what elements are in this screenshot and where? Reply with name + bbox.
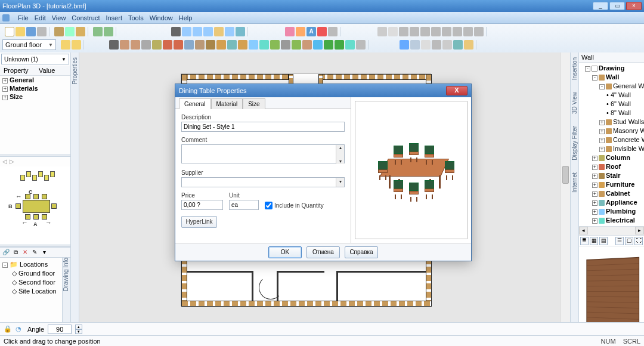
prop-row-general[interactable]: +General [0,76,70,84]
view-thumb-icon[interactable]: ▢ [625,237,633,245]
node-appliance[interactable]: +Appliance [580,198,643,207]
node-6-wall[interactable]: • 6" Wall [580,100,643,109]
align-middle-icon[interactable] [442,27,451,36]
expand-icon[interactable]: + [2,86,8,92]
electrical-icon[interactable] [259,40,269,50]
3d-view-icon[interactable] [442,40,452,50]
node-drawing[interactable]: -Drawing [580,64,643,73]
loc-delete-icon[interactable]: ✕ [21,249,29,256]
plumbing-icon[interactable] [249,40,258,50]
view-small-icon[interactable]: ▤ [599,237,608,245]
canvas-vscroll[interactable] [561,52,570,335]
ceiling-icon[interactable] [174,40,183,50]
loc-ground[interactable]: ◇ Ground floor [2,269,60,278]
open-icon[interactable] [16,27,25,36]
view-list-icon[interactable]: ≣ [580,237,589,245]
prop-row-size[interactable]: +Size [0,92,70,101]
select-icon[interactable] [171,27,181,36]
close-button[interactable]: × [626,2,642,10]
column-icon[interactable] [152,40,162,50]
angle-spinner[interactable]: ▴▾ [75,325,82,334]
tree-hscroll[interactable]: ◂▸ [579,226,644,235]
symbol-icon[interactable] [356,40,366,50]
node-masonry-walls[interactable]: +Masonry Walls [580,126,643,135]
camera-icon[interactable] [432,40,441,50]
print-icon[interactable] [37,27,47,36]
fence-icon[interactable] [302,40,312,50]
copy-icon[interactable] [65,27,75,36]
text-icon[interactable]: A [306,27,316,36]
comment-scroll[interactable]: ▴▾ [336,145,344,164]
dialog-close-button[interactable]: X [446,86,467,95]
next-icon[interactable]: ▷ [10,158,14,165]
node-8-wall[interactable]: • 8" Wall [580,109,643,118]
sun-icon[interactable] [421,40,431,50]
floor-up-icon[interactable] [61,40,70,50]
window-icon[interactable] [184,40,194,50]
distribute-v-icon[interactable] [474,27,484,36]
distribute-h-icon[interactable] [463,27,473,36]
menu-view[interactable]: View [52,14,66,21]
tree-icon[interactable] [335,40,344,50]
redo-icon[interactable] [104,27,113,36]
node-electrical[interactable]: +Electrical [580,216,643,225]
hyperlink-button[interactable]: HyperLink [181,216,217,228]
include-checkbox[interactable] [265,202,273,209]
node-4-wall[interactable]: • 4" Wall [580,91,643,100]
grid-icon[interactable] [377,27,387,36]
node-stud-walls[interactable]: +Stud Walls [580,118,643,126]
align-center-icon[interactable] [410,27,419,36]
railing-icon[interactable] [141,40,151,50]
node-concrete-walls[interactable]: +Concrete Walls [580,135,643,144]
loc-link-icon[interactable]: 🔗 [2,249,10,256]
node-wall[interactable]: -Wall [580,73,643,82]
node-invisible-walls[interactable]: +Invisible Walls [580,144,643,153]
loc-edit-icon[interactable]: ✎ [31,249,38,256]
menu-window[interactable]: Window [150,14,173,21]
shape-icon[interactable] [296,27,305,36]
description-input[interactable] [181,122,345,132]
align-right-icon[interactable] [420,27,430,36]
node-roof[interactable]: +Roof [580,162,643,171]
align-left-icon[interactable] [399,27,408,36]
outdoor-light-icon[interactable] [345,40,355,50]
sky-icon[interactable] [400,40,409,50]
snap-icon[interactable] [388,27,398,36]
menu-construct[interactable]: Construct [72,14,100,21]
menu-tools[interactable]: Tools [128,14,144,21]
node-general-walls[interactable]: -General Walls [580,82,643,91]
tab-insertion[interactable]: Insertion [571,57,578,80]
minimize-button[interactable]: _ [593,2,608,10]
loc-copy-icon[interactable]: ⧉ [12,249,19,256]
zoom-in-icon[interactable] [193,27,202,36]
selection-combo[interactable]: Unknown (1) ▼ [1,54,69,64]
stair-icon[interactable] [206,40,215,50]
supplier-dropdown-icon[interactable]: ▾ [336,178,344,187]
walkthrough-icon[interactable] [464,40,473,50]
loc-more-icon[interactable]: ▾ [41,249,48,256]
dialog-titlebar[interactable]: Dining Table Properties X [175,84,471,97]
align-bottom-icon[interactable] [453,27,462,36]
supplier-input[interactable] [181,177,345,187]
col-property[interactable]: Property [0,66,35,75]
wall-curved-icon[interactable] [131,40,140,50]
menu-help[interactable]: Help [179,14,193,21]
angle-meter-icon[interactable]: ◔ [16,325,24,333]
furniture-icon[interactable] [216,40,226,50]
tab-properties[interactable]: Properties [72,57,78,85]
floor-selector[interactable]: Ground floor ▼ [2,39,56,50]
garden-icon[interactable] [292,40,301,50]
tab-internet[interactable]: Internet [571,172,578,193]
door-icon[interactable] [195,40,205,50]
menu-edit[interactable]: Edit [35,14,46,21]
node-stair[interactable]: +Stair [580,171,643,180]
roof-icon[interactable] [163,40,172,50]
zoom-out-icon[interactable] [203,27,213,36]
refresh-icon[interactable] [236,27,245,36]
zoom-extents-icon[interactable] [225,27,234,36]
expand-icon[interactable]: + [2,78,8,84]
ok-button[interactable]: OK [268,246,302,258]
tab-general[interactable]: General [179,98,211,109]
tab-display-filter[interactable]: Display Filter [571,126,578,160]
dimension-icon[interactable] [285,27,295,36]
